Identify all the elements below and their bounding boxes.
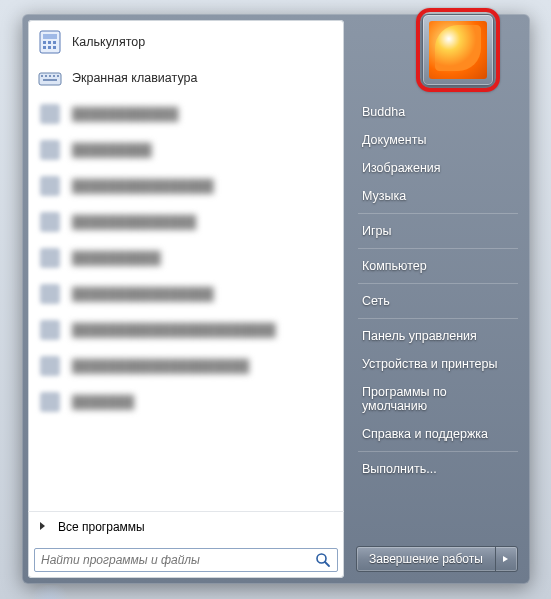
svg-rect-11: [49, 75, 51, 77]
right-item[interactable]: Музыка: [356, 182, 520, 210]
keyboard-icon: [36, 64, 64, 92]
program-label: Экранная клавиатура: [72, 71, 197, 85]
right-item[interactable]: Панель управления: [356, 322, 520, 350]
right-item[interactable]: Программы по умолчанию: [356, 378, 520, 420]
right-item[interactable]: Документы: [356, 126, 520, 154]
program-item-p8[interactable]: ████████████████: [30, 276, 342, 312]
program-item-p5[interactable]: ████████████████: [30, 168, 342, 204]
program-label: ████████████████: [72, 287, 214, 301]
program-label: ███████: [72, 395, 134, 409]
program-item-p7[interactable]: ██████████: [30, 240, 342, 276]
separator: [358, 213, 518, 214]
svg-rect-15: [40, 104, 60, 124]
right-item[interactable]: Выполнить...: [356, 455, 520, 483]
programs-list: КалькуляторЭкранная клавиатура██████████…: [28, 20, 344, 511]
separator: [358, 283, 518, 284]
blur-icon: [36, 388, 64, 416]
right-item[interactable]: Устройства и принтеры: [356, 350, 520, 378]
blur-icon: [36, 280, 64, 308]
shutdown-menu-arrow[interactable]: [495, 547, 517, 571]
svg-rect-16: [40, 140, 60, 160]
blur-icon: [36, 172, 64, 200]
svg-rect-6: [48, 46, 51, 49]
program-item-p11[interactable]: ███████: [30, 384, 342, 420]
separator: [358, 318, 518, 319]
start-menu: КалькуляторЭкранная клавиатура██████████…: [22, 14, 530, 584]
svg-rect-2: [43, 41, 46, 44]
program-item-osk[interactable]: Экранная клавиатура: [30, 60, 342, 96]
svg-rect-20: [40, 284, 60, 304]
program-item-p4[interactable]: █████████: [30, 132, 342, 168]
svg-rect-21: [40, 320, 60, 340]
blur-icon: [36, 352, 64, 380]
svg-rect-5: [43, 46, 46, 49]
svg-rect-9: [41, 75, 43, 77]
program-label: ████████████████: [72, 179, 214, 193]
svg-rect-1: [43, 34, 57, 39]
shutdown-row: Завершение работы: [356, 540, 520, 572]
all-programs-label: Все программы: [58, 520, 145, 534]
svg-rect-18: [40, 212, 60, 232]
program-label: ██████████████: [72, 215, 196, 229]
search-row: [28, 542, 344, 578]
program-item-p3[interactable]: ████████████: [30, 96, 342, 132]
program-label: ████████████: [72, 107, 178, 121]
right-item[interactable]: Сеть: [356, 287, 520, 315]
taskbar-orb-glow: [28, 585, 72, 599]
blur-icon: [36, 208, 64, 236]
svg-rect-23: [40, 392, 60, 412]
program-item-calculator[interactable]: Калькулятор: [30, 24, 342, 60]
separator: [358, 451, 518, 452]
shutdown-button[interactable]: Завершение работы: [356, 546, 518, 572]
right-item[interactable]: Изображения: [356, 154, 520, 182]
right-pane: BuddhaДокументыИзображенияМузыкаИгрыКомп…: [344, 20, 524, 578]
program-item-p6[interactable]: ██████████████: [30, 204, 342, 240]
program-label: ████████████████████: [72, 359, 249, 373]
arrow-right-icon: [38, 520, 50, 534]
right-item[interactable]: Buddha: [356, 98, 520, 126]
blur-icon: [36, 136, 64, 164]
program-label: Калькулятор: [72, 35, 145, 49]
right-item[interactable]: Справка и поддержка: [356, 420, 520, 448]
program-label: ███████████████████████: [72, 323, 276, 337]
svg-rect-19: [40, 248, 60, 268]
svg-rect-4: [53, 41, 56, 44]
svg-rect-7: [53, 46, 56, 49]
right-item[interactable]: Игры: [356, 217, 520, 245]
all-programs[interactable]: Все программы: [28, 511, 344, 542]
left-pane: КалькуляторЭкранная клавиатура██████████…: [28, 20, 344, 578]
search-icon: [315, 552, 331, 568]
program-item-p10[interactable]: ████████████████████: [30, 348, 342, 384]
svg-rect-17: [40, 176, 60, 196]
blur-icon: [36, 100, 64, 128]
svg-line-25: [325, 562, 329, 566]
svg-rect-14: [43, 79, 57, 81]
search-box[interactable]: [34, 548, 338, 572]
svg-rect-3: [48, 41, 51, 44]
user-picture-frame[interactable]: [422, 14, 494, 86]
svg-rect-22: [40, 356, 60, 376]
separator: [358, 248, 518, 249]
svg-rect-13: [57, 75, 59, 77]
shutdown-label: Завершение работы: [357, 552, 495, 566]
blur-icon: [36, 244, 64, 272]
calculator-icon: [36, 28, 64, 56]
program-item-p9[interactable]: ███████████████████████: [30, 312, 342, 348]
svg-rect-10: [45, 75, 47, 77]
blur-icon: [36, 316, 64, 344]
program-label: ██████████: [72, 251, 161, 265]
search-input[interactable]: [41, 553, 309, 567]
user-picture: [429, 21, 487, 79]
right-item[interactable]: Компьютер: [356, 252, 520, 280]
svg-rect-12: [53, 75, 55, 77]
program-label: █████████: [72, 143, 152, 157]
